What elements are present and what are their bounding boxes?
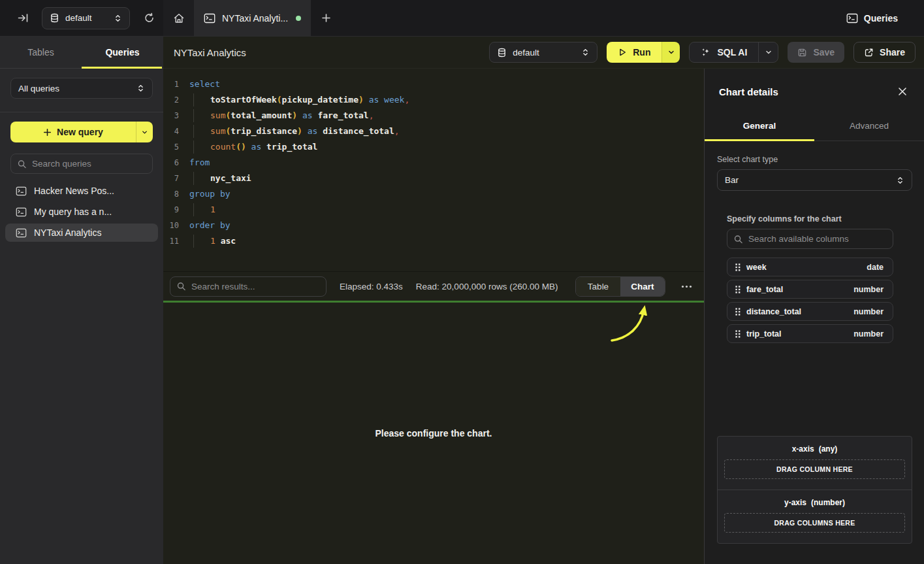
collapse-sidebar-icon <box>18 12 29 24</box>
column-pill-trip-total[interactable]: trip_total number <box>727 324 893 343</box>
line-number: 7 <box>163 171 179 186</box>
code-line: 1select <box>163 76 704 92</box>
close-icon <box>898 87 907 96</box>
plus-icon <box>321 13 331 23</box>
panel-tab-advanced[interactable]: Advanced <box>814 110 924 141</box>
editor-database-selector[interactable]: default <box>489 42 597 63</box>
column-pill-fare-total[interactable]: fare_total number <box>727 280 893 299</box>
view-toggle-table[interactable]: Table <box>576 277 620 296</box>
line-number: 5 <box>163 139 179 155</box>
topbar-database-selector[interactable]: default <box>42 7 130 29</box>
drag-handle-icon <box>735 263 741 271</box>
column-type: number <box>853 307 884 316</box>
column-pill-week[interactable]: week date <box>727 257 893 276</box>
query-list-item[interactable]: My query has a n... <box>5 203 158 221</box>
code-line: 111 asc <box>163 233 704 249</box>
tab-queries-label: Queries <box>105 47 139 58</box>
new-query-menu-button[interactable] <box>136 122 153 142</box>
column-pill-distance-total[interactable]: distance_total number <box>727 302 893 321</box>
sql-ai-button[interactable]: SQL AI <box>690 42 758 62</box>
queries-button[interactable]: Queries <box>846 0 898 36</box>
share-button[interactable]: Share <box>853 42 916 63</box>
chart-type-value: Bar <box>725 175 739 185</box>
page-title: NYTaxi Analytics <box>174 47 246 58</box>
new-query-label: New query <box>57 127 103 137</box>
chevron-down-icon <box>141 129 148 136</box>
close-panel-button[interactable] <box>898 87 907 96</box>
save-label: Save <box>813 47 835 58</box>
editor-database-value: default <box>513 48 539 58</box>
line-number: 9 <box>163 202 179 218</box>
query-terminal-icon <box>16 207 27 217</box>
save-button[interactable]: Save <box>788 42 844 63</box>
sidebar-tab-queries[interactable]: Queries <box>82 37 163 68</box>
sparkles-icon <box>701 47 711 58</box>
y-axis-label: y-axis <box>784 498 806 507</box>
share-label: Share <box>880 47 905 58</box>
query-terminal-icon <box>846 13 858 24</box>
code-line: 10order by <box>163 218 704 233</box>
results-more-button[interactable] <box>678 282 695 291</box>
refresh-icon <box>144 12 155 24</box>
run-label: Run <box>633 47 650 58</box>
sql-editor[interactable]: 1select 2toStartOfWeek(pickup_datetime) … <box>163 69 704 271</box>
search-queries-input[interactable] <box>10 154 153 174</box>
sidebar-tabs: Tables Queries <box>0 37 163 69</box>
refresh-button[interactable] <box>140 10 157 27</box>
column-name: week <box>746 263 767 272</box>
column-name: fare_total <box>746 285 783 294</box>
sql-ai-options-button[interactable] <box>758 42 778 62</box>
query-filter-select[interactable]: All queries <box>10 78 153 99</box>
ellipsis-icon <box>681 285 692 288</box>
chart-type-select[interactable]: Bar <box>717 169 912 191</box>
sidebar-tab-tables[interactable]: Tables <box>0 37 82 68</box>
view-toggle-chart[interactable]: Chart <box>620 277 665 296</box>
run-options-button[interactable] <box>661 42 680 63</box>
tab-nytaxi-analytics[interactable]: NYTaxi Analyti... <box>194 0 311 36</box>
unsaved-changes-dot <box>296 16 301 21</box>
x-axis-dropzone[interactable]: DRAG COLUMN HERE <box>724 459 905 479</box>
updown-chevron-icon <box>896 176 904 185</box>
query-filter-value: All queries <box>18 84 59 93</box>
query-terminal-icon <box>204 13 215 24</box>
new-tab-button[interactable] <box>317 10 334 27</box>
chart-details-panel: Chart details General Advanced Select ch… <box>704 69 924 564</box>
line-number: 10 <box>163 218 179 233</box>
code-line: 7nyc_taxi <box>163 171 704 186</box>
search-results-input[interactable] <box>170 276 327 297</box>
column-pills: week date fare_total number <box>727 257 893 343</box>
results-view-toggle: Table Chart <box>575 276 665 297</box>
run-button[interactable]: Run <box>607 42 661 63</box>
updown-chevron-icon <box>114 14 122 23</box>
sql-ai-label: SQL AI <box>717 47 747 58</box>
code-line: 6from <box>163 155 704 171</box>
new-query-button[interactable]: New query <box>10 122 136 142</box>
line-number: 2 <box>163 92 179 108</box>
home-tab[interactable] <box>163 0 194 36</box>
query-terminal-icon <box>16 228 27 238</box>
top-bar: default NYTaxi Analyti... Queries <box>0 0 924 37</box>
code-line: 3sum(total_amount) as fare_total, <box>163 108 704 124</box>
query-list: Hacker News Pos... My query has a n... N… <box>0 182 163 242</box>
line-number: 8 <box>163 186 179 202</box>
sql-console-app: default NYTaxi Analyti... Queries <box>0 0 924 564</box>
collapse-sidebar-button[interactable] <box>14 10 31 27</box>
updown-chevron-icon <box>581 48 590 57</box>
chart-preview-area: Please configure the chart. <box>163 303 704 564</box>
code-line: 5count() as trip_total <box>163 139 704 155</box>
share-icon <box>864 48 874 58</box>
panel-title: Chart details <box>719 86 910 97</box>
chevron-down-icon <box>765 48 773 56</box>
panel-tab-general[interactable]: General <box>705 110 814 141</box>
query-list-item[interactable]: Hacker News Pos... <box>5 182 158 200</box>
query-list-item-selected[interactable]: NYTaxi Analytics <box>5 224 158 242</box>
floppy-icon <box>797 48 807 58</box>
new-query-split-button: New query <box>10 122 153 142</box>
database-icon <box>497 48 507 58</box>
search-columns-input[interactable] <box>727 229 893 249</box>
columns-label: Specify columns for the chart <box>727 214 893 224</box>
y-axis-dropzone[interactable]: DRAG COLUMNS HERE <box>724 513 905 533</box>
rows-read-stat: Read: 20,000,000 rows (260.00 MB) <box>416 282 558 291</box>
tab-strip: NYTaxi Analyti... <box>163 0 334 36</box>
editor-actions: default Run <box>489 42 916 63</box>
